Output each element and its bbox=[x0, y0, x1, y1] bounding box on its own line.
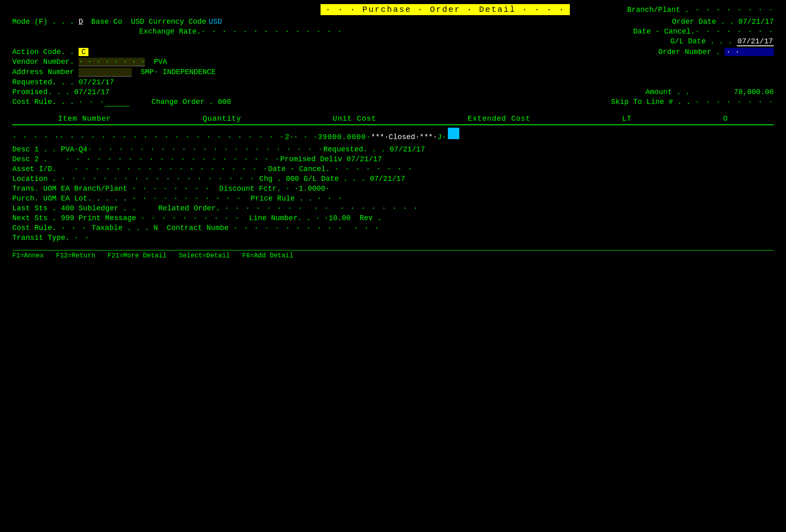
currency-value: USD bbox=[209, 18, 222, 26]
amount-value: 78,000.00 bbox=[734, 88, 774, 96]
discount-spacer bbox=[210, 185, 219, 193]
desc2-dots: · · · · · · · · · · · · · · · · · · · · … bbox=[66, 155, 280, 163]
item-gl-date-value: 07/21/17 bbox=[370, 175, 405, 183]
discount-value: · ·1.0000· bbox=[285, 185, 330, 193]
location-label: Location . bbox=[12, 175, 56, 183]
address-name-spacer bbox=[132, 68, 141, 76]
change-order-value: 000 bbox=[218, 98, 231, 106]
subledger-spacer bbox=[74, 204, 79, 212]
skip-spacer bbox=[691, 98, 695, 106]
item-date-cancel-spacer bbox=[330, 165, 334, 173]
bottom-bar: F1=Annex F12=Return F21=More Detail Sele… bbox=[12, 250, 774, 259]
asset-dots: · · · · · · · · · · · · · · · · · · · bbox=[74, 165, 268, 173]
requested-value: 07/21/17 bbox=[79, 78, 114, 86]
requested-label: Requested. . . bbox=[12, 78, 74, 86]
table-row[interactable]: · · · · · · · · · · · · · · · · · · · · … bbox=[12, 128, 774, 141]
cost-rule-underline bbox=[105, 98, 129, 106]
purch-spacer bbox=[56, 194, 61, 203]
requested-row: Requested. . . 07/21/17 bbox=[12, 78, 774, 86]
print-message-spacer bbox=[74, 214, 79, 222]
cost-rule-spacer bbox=[74, 98, 79, 106]
purch-label: Purch. UOM bbox=[12, 194, 56, 203]
trans-spacer bbox=[56, 185, 61, 193]
purch-spacer2 bbox=[70, 194, 74, 203]
branch-plant-dots: . · · · · · · · · bbox=[684, 6, 774, 14]
item-requested-value: 07/21/17 bbox=[390, 145, 425, 153]
exchange-label: Exchange Rate. bbox=[139, 27, 201, 36]
chg-spacer bbox=[281, 175, 286, 183]
print-message-dots: · · · · · · · · · · bbox=[140, 214, 240, 222]
related-order-spacer bbox=[220, 204, 225, 212]
gl-date-label: G/L Date bbox=[671, 37, 706, 45]
item-cost-rule-row: Cost Rule. · · · Taxable . . . N Contrac… bbox=[12, 224, 774, 232]
location-spacer bbox=[56, 175, 61, 183]
desc1-label: Desc 1 . . bbox=[12, 145, 56, 153]
select-label[interactable]: Select=Detail bbox=[179, 252, 230, 259]
asset-spacer bbox=[56, 165, 74, 173]
item-gl-date-spacer bbox=[299, 175, 304, 183]
f12-label[interactable]: F12=Return bbox=[56, 252, 95, 259]
price-rule-label: Price Rule . . bbox=[251, 194, 312, 203]
promised-label: Promised. . . bbox=[12, 88, 70, 96]
promised-spacer bbox=[70, 88, 74, 96]
exchange-row: Exchange Rate. · · · · · · · · · · · · ·… bbox=[12, 27, 774, 36]
address-number-row: Address Number SMP- INDEPENDENCE bbox=[12, 68, 774, 77]
address-spacer bbox=[74, 68, 79, 76]
desc2-label: Desc 2 . bbox=[12, 155, 47, 163]
currency-label: USD Currency Code bbox=[131, 18, 206, 26]
branch-plant-spacer bbox=[127, 185, 132, 193]
purch-row: Purch. UOM EA Lot. . . . . · · · · · · ·… bbox=[12, 194, 774, 203]
trans-row: Trans. UOM EA Branch/Plant · · · · · · ·… bbox=[12, 185, 774, 193]
promised-row: Promised. . . 07/21/17 Amount . . 78,000… bbox=[12, 88, 774, 96]
taxable-value: N bbox=[154, 224, 158, 232]
f1-label[interactable]: F1=Annex bbox=[12, 252, 44, 259]
exchange-dots: · · · · · · · · · · · · · · bbox=[201, 27, 343, 36]
status-box bbox=[448, 128, 459, 139]
table-divider bbox=[12, 124, 774, 125]
rev-spacer bbox=[351, 214, 360, 222]
item-date-cancel-label: Date - Cancel. bbox=[268, 165, 330, 173]
col-unit-cost: Unit Cost bbox=[333, 115, 376, 123]
address-dots bbox=[79, 68, 132, 77]
item-gl-date-spacer2 bbox=[366, 175, 370, 183]
rev-label: Rev . bbox=[359, 214, 382, 222]
address-name: SMP- INDEPENDENCE bbox=[140, 68, 216, 76]
vendor-number-dots: · · · · · · · · bbox=[79, 58, 145, 66]
line-item-details: Desc 1 . . PVA-Q4 · · · · · · · · · · · … bbox=[12, 145, 774, 242]
last-sts-value: 400 bbox=[61, 204, 74, 212]
order-number-value: · · bbox=[725, 48, 774, 56]
branch-plant-label: Branch/Plant bbox=[627, 6, 680, 14]
promised-deliv-spacer bbox=[342, 155, 347, 163]
action-code-input[interactable] bbox=[79, 48, 88, 56]
gl-date-value: 07/21/17 bbox=[737, 37, 774, 46]
vendor-name: PVA bbox=[154, 58, 167, 66]
branch-plant-dots: · · · · · · · · bbox=[132, 185, 210, 193]
item-dots: · · · · · bbox=[12, 133, 59, 141]
base-co-spacer bbox=[122, 18, 131, 26]
mode-row: Mode (F) . . . D Base Co USD Currency Co… bbox=[12, 18, 774, 26]
skip-dots: · · · · · · · · bbox=[695, 98, 774, 106]
last-sts-row: Last Sts . 400 Subledger . . Related Ord… bbox=[12, 204, 774, 212]
change-order-spacer bbox=[129, 98, 151, 106]
gl-date-dots: . . . bbox=[706, 37, 737, 45]
item-cost-rule-dots: · · · bbox=[61, 224, 87, 232]
f21-label[interactable]: F21=More Detail bbox=[108, 252, 167, 259]
contract-dots: · · · · · · · · · · · · · · bbox=[233, 224, 379, 232]
promised-value: 07/21/17 bbox=[74, 88, 109, 96]
extended-cost-value: ***·Closed·***· bbox=[371, 133, 437, 141]
mode-label: Mode (F) bbox=[12, 18, 47, 26]
title-bar: · · · Purchase · Order · Detail · · · · … bbox=[12, 4, 774, 15]
f6-label[interactable]: F6=Add Detail bbox=[242, 252, 294, 259]
line-number-spacer2 bbox=[311, 214, 315, 222]
col-o: O bbox=[723, 115, 728, 123]
discount-spacer2 bbox=[281, 185, 286, 193]
order-date-dots: . . bbox=[716, 18, 739, 26]
change-order-label: Change Order . bbox=[151, 98, 213, 106]
amount-label: Amount . . bbox=[646, 88, 690, 96]
branch-plant-label: Branch/Plant bbox=[74, 185, 127, 193]
promised-deliv-label: Promised Deliv bbox=[280, 155, 342, 163]
next-sts-spacer bbox=[56, 214, 61, 222]
action-code-row: Action Code. . Order Number . · · bbox=[12, 48, 774, 56]
mode-value: D bbox=[79, 18, 83, 26]
vendor-number-row: Vendor Number. · · · · · · · · PVA bbox=[12, 58, 774, 66]
